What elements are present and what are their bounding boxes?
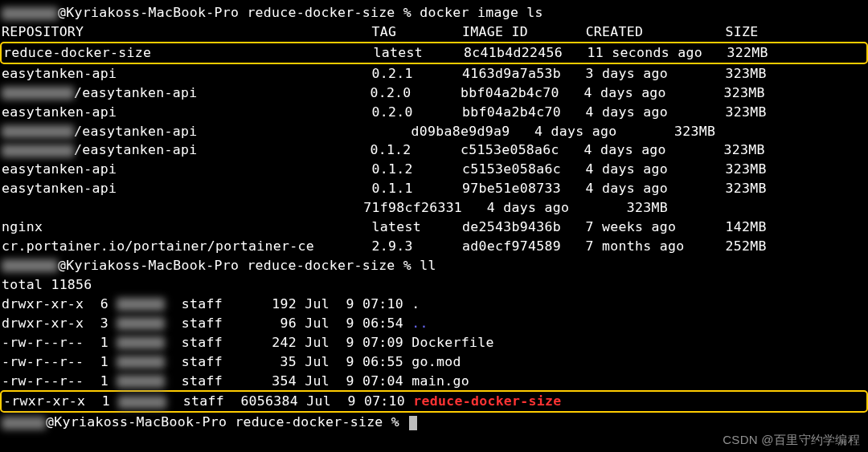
table-row: reduce-docker-size latest 8c41b4d22456 1…	[0, 42, 868, 64]
table-header: REPOSITORY TAG IMAGE ID CREATED SIZE	[0, 22, 868, 42]
prompt-host: @Kyriakoss-MacBook-Pro	[46, 414, 227, 430]
list-item: drwxr-xr-x 6 staff 192 Jul 9 07:10 .	[0, 295, 868, 314]
terminal-output: @Kyriakoss-MacBook-Pro reduce-docker-siz…	[0, 3, 868, 432]
list-item: -rw-r--r-- 1 staff 242 Jul 9 07:09 Docke…	[0, 333, 868, 352]
col-size: SIZE	[726, 24, 759, 39]
prompt-sep: %	[403, 5, 411, 20]
table-row: easytanken-api 0.2.0 bbf04a2b4c70 4 days…	[0, 103, 868, 122]
prompt-dir: reduce-docker-size	[247, 258, 395, 273]
prompt-host: @Kyriakoss-MacBook-Pro	[58, 5, 239, 20]
table-row: easytanken-api 0.1.2 c5153e058a6c 4 days…	[0, 160, 868, 179]
watermark: CSDN @百里守约学编程	[723, 431, 860, 449]
col-repository: REPOSITORY	[2, 24, 84, 39]
table-row: 71f98cf26331 4 days ago 323MB	[0, 198, 868, 218]
total-line: total 11856	[0, 275, 868, 295]
prompt-line-2: @Kyriakoss-MacBook-Pro reduce-docker-siz…	[0, 256, 868, 275]
col-imageid: IMAGE ID	[462, 24, 528, 39]
prompt-line-3: @Kyriakoss-MacBook-Pro reduce-docker-siz…	[0, 413, 868, 432]
list-item: -rw-r--r-- 1 staff 354 Jul 9 07:04 main.…	[0, 372, 868, 391]
prompt-dir: reduce-docker-size	[247, 5, 395, 20]
prompt-dir: reduce-docker-size	[235, 414, 383, 430]
table-row: /easytanken-api 0.2.0 bbf04a2b4c70 4 day…	[0, 83, 868, 103]
list-item: -rwxr-xr-x 1 staff 6056384 Jul 9 07:10 r…	[0, 390, 868, 413]
command-text: docker image ls	[420, 5, 543, 20]
prompt-line-1: @Kyriakoss-MacBook-Pro reduce-docker-siz…	[0, 3, 868, 22]
table-row: /easytanken-api 0.1.2 c5153e058a6c 4 day…	[0, 140, 868, 160]
table-row: easytanken-api 0.1.1 97be51e08733 4 days…	[0, 179, 868, 198]
prompt-sep: %	[391, 414, 399, 430]
table-row: cr.portainer.io/portainer/portainer-ce 2…	[0, 237, 868, 256]
command-text: ll	[420, 258, 436, 273]
table-row: nginx latest de2543b9436b 7 weeks ago 14…	[0, 218, 868, 237]
col-created: CREATED	[586, 24, 644, 39]
table-row: easytanken-api 0.2.1 4163d9a7a53b 3 days…	[0, 64, 868, 83]
col-tag: TAG	[372, 24, 397, 39]
list-item: -rw-r--r-- 1 staff 35 Jul 9 06:55 go.mod	[0, 352, 868, 372]
table-row: /easytanken-api d09ba8e9d9a9 4 days ago …	[0, 122, 868, 141]
cursor[interactable]	[409, 416, 417, 430]
prompt-host: @Kyriakoss-MacBook-Pro	[58, 258, 239, 273]
list-item: drwxr-xr-x 3 staff 96 Jul 9 06:54 ..	[0, 314, 868, 333]
prompt-sep: %	[403, 258, 411, 273]
